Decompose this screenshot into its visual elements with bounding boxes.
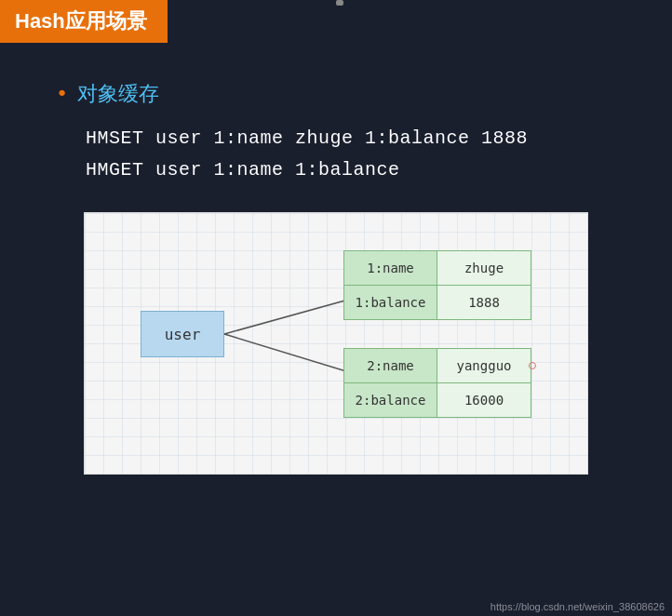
cell-value: 1888 (437, 286, 531, 319)
cell-indicator (529, 362, 536, 369)
header-bar: Hash应用场景 (0, 0, 168, 43)
bullet-dot: • (56, 82, 68, 106)
cell-key: 1:balance (344, 286, 437, 319)
cell-value: 16000 (437, 383, 531, 417)
cell-value: zhuge (437, 251, 531, 285)
table-row: 1:name zhuge (343, 250, 531, 286)
command-block: HMSET user 1:name zhuge 1:balance 1888 H… (86, 123, 616, 186)
table-row: 2:name yangguo (343, 348, 531, 383)
cell-key: 1:name (344, 251, 437, 285)
watermark: https://blog.csdn.net/weixin_38608626 (491, 601, 665, 612)
command-line-2: HMGET user 1:name 1:balance (86, 154, 616, 186)
table-group-bottom: 2:name yangguo 2:balance 16000 (343, 348, 531, 417)
table-row: 2:balance 16000 (343, 382, 531, 418)
cell-value: yangguo (437, 349, 531, 382)
cell-key: 2:balance (344, 383, 437, 417)
bullet-section: • 对象缓存 (56, 80, 616, 108)
table-row: 1:balance 1888 (343, 285, 531, 320)
diagram-inner: user 1:name zhuge 1:balance 1888 2:name (122, 241, 550, 446)
user-box: user (141, 311, 224, 357)
diagram-container: user 1:name zhuge 1:balance 1888 2:name (84, 212, 588, 475)
cell-key: 2:name (344, 349, 437, 382)
bullet-label: 对象缓存 (77, 80, 159, 108)
content-area: • 对象缓存 HMSET user 1:name zhuge 1:balance… (0, 43, 672, 493)
user-label: user (165, 326, 201, 343)
command-line-1: HMSET user 1:name zhuge 1:balance 1888 (86, 123, 616, 154)
scroll-indicator (336, 0, 343, 6)
table-group-top: 1:name zhuge 1:balance 1888 (343, 250, 531, 319)
page-title: Hash应用场景 (15, 9, 147, 33)
